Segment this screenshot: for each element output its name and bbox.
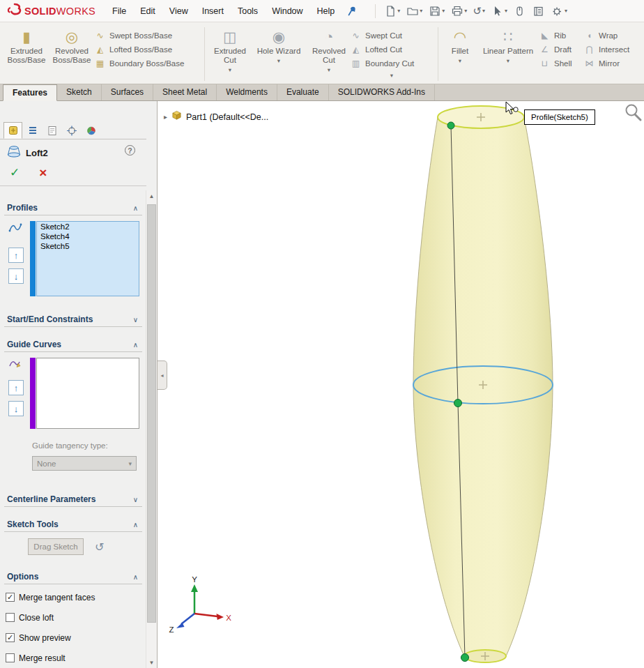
ribbon-fillet-button[interactable]: ◠ Fillet ▾ [443, 24, 477, 84]
cut-feature-column: ∿ Swept Cut ◭ Lofted Cut ▥ Boundary Cut … [351, 24, 433, 84]
options-section-header[interactable]: Options ∧ [4, 572, 142, 584]
tab-dimxpert-manager[interactable] [62, 122, 81, 139]
tab-features[interactable]: Features [3, 84, 57, 101]
extruded-boss-icon: ▮ [22, 27, 31, 47]
sketch-tools-section-header[interactable]: Sketch Tools ∧ [4, 519, 142, 532]
checkbox-close-loft[interactable] [6, 613, 15, 622]
ribbon-lofted-cut-button[interactable]: ◭ Lofted Cut [351, 45, 433, 54]
panel-collapse-handle[interactable]: ◂ [158, 360, 167, 390]
centerline-parameters-header[interactable]: Centerline Parameters ∨ [4, 494, 142, 507]
scroll-thumb[interactable] [147, 204, 156, 623]
pin-menu-icon[interactable] [346, 5, 358, 17]
expander-icon[interactable]: ▸ [164, 113, 167, 121]
move-profile-up-button[interactable]: ↑ [8, 248, 24, 263]
triad-x-label: X [226, 614, 231, 622]
guide-curves-section-header[interactable]: Guide Curves ∧ [4, 340, 142, 352]
menu-window[interactable]: Window [265, 2, 309, 20]
ok-button[interactable]: ✓ [10, 165, 20, 180]
tab-evaluate[interactable]: Evaluate [277, 84, 329, 100]
move-guide-down-button[interactable]: ↓ [8, 401, 24, 416]
ribbon-wrap-button[interactable]: ◖ Wrap [584, 31, 644, 40]
mouse-icon [513, 4, 526, 17]
profile-list-item[interactable]: Sketch4 [37, 231, 139, 241]
origin-triad[interactable]: Y X Z [169, 575, 231, 634]
ribbon-revolved-boss-button[interactable]: ◎ Revolved Boss/Base [49, 24, 95, 84]
ribbon-extruded-boss-button[interactable]: ▮ Extruded Boss/Base [4, 24, 49, 84]
ribbon-lofted-boss-button[interactable]: ◭ Lofted Boss/Base [95, 45, 199, 54]
tab-property-manager[interactable] [3, 122, 22, 139]
tab-surfaces[interactable]: Surfaces [102, 84, 153, 100]
ribbon-rib-button[interactable]: ◣ Rib [539, 31, 584, 40]
tab-solidworks-add-ins[interactable]: SOLIDWORKS Add-Ins [329, 84, 435, 100]
menu-file[interactable]: File [105, 2, 133, 20]
guide-tangency-select[interactable]: None ▾ [32, 456, 137, 471]
ribbon-shell-button[interactable]: ⊔ Shell [539, 59, 584, 68]
move-profile-down-button[interactable]: ↓ [8, 268, 24, 284]
move-guide-up-button[interactable]: ↑ [8, 380, 24, 395]
gear-icon [551, 4, 564, 17]
ribbon-mirror-button[interactable]: ⋈ Mirror [584, 59, 644, 68]
vertex-point-bottom[interactable] [461, 654, 469, 662]
undo-button[interactable]: ↺ ▾ [471, 4, 486, 18]
print-button[interactable]: ▾ [449, 3, 468, 18]
guide-curves-listbox[interactable] [36, 358, 139, 429]
dropdown-arrow-icon: ▾ [351, 73, 433, 79]
menu-edit[interactable]: Edit [133, 2, 162, 20]
tab-configuration-manager[interactable] [43, 122, 61, 139]
new-document-button[interactable]: ▾ [382, 3, 401, 18]
drag-sketch-button[interactable]: Drag Sketch [28, 538, 84, 555]
ribbon-linear-pattern-button[interactable]: ∷ Linear Pattern ▾ [477, 24, 539, 84]
help-icon[interactable]: ? [125, 145, 135, 155]
loft-body-face[interactable] [413, 117, 553, 662]
menu-tools[interactable]: Tools [231, 2, 265, 20]
tab-display-manager[interactable] [82, 122, 100, 139]
ribbon-boundary-boss-button[interactable]: ▦ Boundary Boss/Base [95, 59, 199, 68]
ribbon-revolved-cut-button[interactable]: ◔ Revolved Cut ▾ [307, 24, 351, 84]
vertex-point-middle[interactable] [454, 400, 462, 407]
tab-feature-manager-tree[interactable] [23, 122, 42, 139]
mouse-gestures-button[interactable] [512, 3, 528, 18]
tab-sheet-metal[interactable]: Sheet Metal [153, 84, 217, 100]
magnifier-icon[interactable] [627, 105, 641, 121]
menu-help[interactable]: Help [310, 2, 342, 20]
ribbon-swept-boss-button[interactable]: ∿ Swept Boss/Base [95, 31, 199, 40]
cancel-button[interactable]: × [39, 167, 47, 179]
chevron-up-icon: ∧ [133, 204, 138, 212]
profiles-section-header[interactable]: Profiles ∧ [4, 203, 142, 215]
ribbon-extruded-cut-button[interactable]: ◫ Extruded Cut ▾ [210, 24, 250, 84]
tab-sketch[interactable]: Sketch [57, 84, 102, 100]
options-book-button[interactable] [530, 3, 546, 18]
profile-list-item[interactable]: Sketch5 [37, 241, 139, 251]
menu-insert[interactable]: Insert [195, 2, 231, 20]
panel-scrollbar[interactable]: ▲ ▼ [146, 190, 157, 668]
profiles-listbox[interactable]: Sketch2 Sketch4 Sketch5 [36, 221, 139, 296]
ribbon-boundary-cut-button[interactable]: ▥ Boundary Cut [351, 59, 433, 68]
tab-weldments[interactable]: Weldments [217, 84, 277, 100]
scroll-down-button[interactable]: ▼ [146, 657, 157, 668]
triad-x-axis[interactable] [194, 614, 217, 616]
option-row: ✓ Merge tangent faces [0, 587, 146, 607]
ribbon-intersect-button[interactable]: ⋂ Intersect [584, 45, 644, 54]
part-name[interactable]: Part1 (Default<<De... [186, 112, 268, 122]
settings-button[interactable]: ▾ [549, 3, 569, 18]
graphics-area[interactable]: ▸ Part1 (Default<<De... [158, 101, 644, 668]
start-end-constraints-header[interactable]: Start/End Constraints ∨ [4, 314, 142, 327]
profile-list-item[interactable]: Sketch2 [37, 222, 139, 231]
guide-curves-section-body: ↑ ↓ [0, 352, 146, 433]
select-button[interactable]: ▾ [489, 3, 509, 18]
ribbon-swept-cut-button[interactable]: ∿ Swept Cut [351, 31, 433, 40]
menu-view[interactable]: View [162, 2, 195, 20]
vertex-point-top[interactable] [447, 122, 454, 129]
checkbox-show-preview[interactable]: ✓ [6, 633, 15, 642]
save-button[interactable]: ▾ [427, 3, 446, 18]
ribbon-hole-wizard-button[interactable]: ◉ Hole Wizard ▾ [250, 24, 307, 84]
scroll-up-button[interactable]: ▲ [146, 190, 157, 202]
dropdown-arrow-icon: ▾ [505, 8, 507, 14]
triad-z-axis[interactable] [181, 614, 194, 624]
ribbon-draft-button[interactable]: ∠ Draft [539, 45, 584, 54]
guide-tangency-label: Guide tangency type: [32, 441, 146, 450]
open-document-button[interactable]: ▾ [404, 3, 424, 18]
checkbox-merge-result[interactable] [6, 653, 15, 662]
checkbox-merge-tangent-faces[interactable]: ✓ [6, 593, 15, 602]
undo-sketch-icon[interactable]: ↺ [95, 540, 104, 554]
